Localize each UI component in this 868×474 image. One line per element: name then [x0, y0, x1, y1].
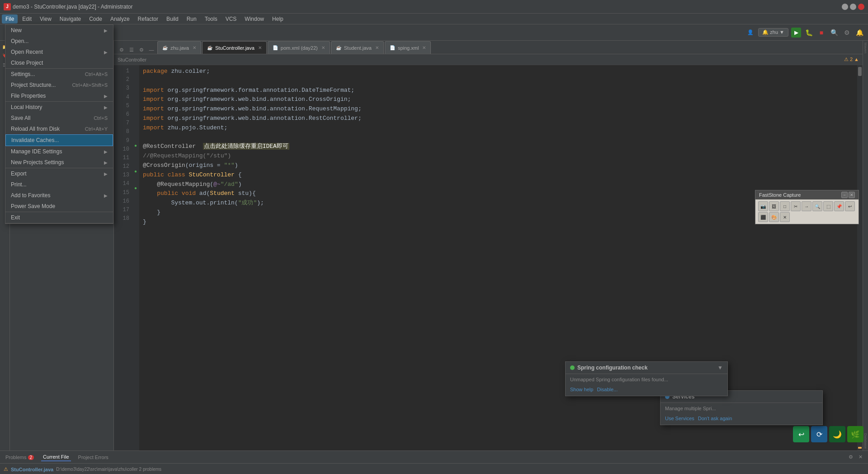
fs-tool-color[interactable]: 🎨: [769, 212, 779, 222]
notif-btn-3[interactable]: 🌙: [829, 426, 845, 442]
tab-close-pomxml[interactable]: ✕: [321, 45, 325, 50]
tab-close-studentjava[interactable]: ✕: [375, 45, 379, 50]
tab-toolbar-structure[interactable]: ☰: [127, 46, 136, 54]
fs-tool-region[interactable]: □: [780, 201, 790, 211]
problem-filename: StuController.java: [11, 467, 53, 472]
tree-item-mvnw[interactable]: 📄 mvnw: [10, 130, 113, 138]
notif-btn-4[interactable]: 🌿: [847, 426, 863, 442]
settings-icon[interactable]: ⚙: [842, 28, 852, 38]
tab-toolbar-gear[interactable]: ⚙: [137, 46, 146, 54]
dont-ask-again-link[interactable]: Don't ask again: [698, 416, 732, 421]
fs-tool-close2[interactable]: ✕: [780, 212, 790, 222]
search-everywhere-icon[interactable]: 🔍: [829, 28, 839, 38]
spring-disable[interactable]: Disable...: [597, 387, 618, 392]
folder-icon-spring: 📁: [14, 83, 20, 89]
title-bar: J demo3 - StuController.java [day22] - A…: [0, 0, 868, 14]
gear-icon[interactable]: ⚙: [58, 28, 68, 38]
spring-show-help[interactable]: Show help: [570, 387, 593, 392]
tree-item-target-2[interactable]: 📁 target: [10, 98, 113, 106]
sync-icon[interactable]: ⟳: [34, 28, 44, 38]
bottom-tab-project-errors[interactable]: Project Errors: [76, 454, 110, 461]
spring-config-expand[interactable]: ▼: [717, 365, 723, 371]
menu-view[interactable]: View: [36, 14, 55, 24]
menu-window[interactable]: Window: [241, 14, 268, 24]
fs-tool-window[interactable]: 🖼: [769, 201, 779, 211]
tree-item-day22iml[interactable]: 📄 day22.iml: [10, 65, 113, 73]
menu-edit[interactable]: Edit: [19, 14, 35, 24]
maximize-button[interactable]: [850, 4, 856, 10]
fs-tool-camera[interactable]: 📷: [758, 201, 768, 211]
menu-tools[interactable]: Tools: [201, 14, 221, 24]
fs-minimize[interactable]: −: [841, 192, 848, 198]
structure-icon[interactable]: ☰: [46, 28, 56, 38]
close-button[interactable]: [858, 4, 864, 10]
menu-refactor[interactable]: Refactor: [134, 14, 162, 24]
stop-icon[interactable]: ■: [816, 28, 826, 38]
tree-item-target-1[interactable]: 📁 target: [10, 57, 113, 65]
title-bar-controls[interactable]: [842, 4, 864, 10]
fs-close[interactable]: ✕: [849, 192, 855, 198]
folder-icon-target2: 📁: [21, 99, 27, 105]
run-button[interactable]: ▶: [791, 28, 801, 38]
menu-run[interactable]: Run: [183, 14, 200, 24]
minimize-button[interactable]: [842, 4, 848, 10]
problem-file-row[interactable]: ⚠ StuController.java D:\demo3\day22\src\…: [4, 465, 864, 473]
bottom-panel-settings[interactable]: ⚙: [847, 453, 855, 461]
tree-item-mvnwcmd[interactable]: 📄 mvnw.cmd: [10, 138, 113, 147]
tab-stucontroller[interactable]: ☕ StuController.java ✕: [202, 41, 267, 54]
bottom-tab-problems[interactable]: Problems 2: [4, 454, 36, 461]
fs-tool-zoom[interactable]: 🔍: [812, 201, 822, 211]
tree-item-test[interactable]: 📁 test: [10, 49, 113, 57]
menu-analyze[interactable]: Analyze: [107, 14, 133, 24]
notif-btn-1[interactable]: ↩: [793, 426, 809, 442]
notifications-icon[interactable]: 🔔: [854, 28, 864, 38]
bookmarks-icon[interactable]: 🔖: [1, 52, 9, 60]
tree-item-src[interactable]: 📁 src: [10, 90, 113, 98]
menu-navigate[interactable]: Navigate: [56, 14, 85, 24]
code-line-7: import zhu.pojo.Student;: [143, 123, 854, 133]
fs-tool-select[interactable]: ⬚: [823, 201, 833, 211]
line-numbers: 12345 678910 1112131415 161718: [114, 65, 132, 450]
user-icon[interactable]: 👤: [745, 28, 755, 38]
menu-build[interactable]: Build: [163, 14, 182, 24]
tree-item-pomxml-1[interactable]: 📄 pom.xml: [10, 73, 113, 81]
tab-close-stucontroller[interactable]: ✕: [258, 45, 262, 50]
tab-pomxml[interactable]: 📄 pom.xml (day22) ✕: [268, 41, 330, 54]
use-services-link[interactable]: Use Services: [665, 416, 694, 421]
tab-zhujava[interactable]: ☕ zhu.java ✕: [157, 41, 201, 54]
tree-item-helpmd[interactable]: 📄 HELP.md: [10, 122, 113, 130]
code-line-4: import org.springframework.web.bind.anno…: [143, 95, 854, 104]
project-icon[interactable]: 📁: [1, 43, 9, 51]
bottom-panel-controls: ⚙ ✕: [847, 453, 864, 461]
notif-btn-2[interactable]: ⟳: [811, 426, 827, 442]
debug-icon[interactable]: 🐛: [804, 28, 814, 38]
tab-toolbar-settings[interactable]: ⚙: [118, 46, 126, 54]
fs-tool-fill[interactable]: ⬛: [758, 212, 768, 222]
tree-item-demo3iml[interactable]: 📄 demo3.iml: [10, 114, 113, 122]
tree-item-resources[interactable]: 📁 resources: [10, 41, 113, 49]
editor-breadcrumb: StuController ⚠ 2 ▲: [114, 54, 863, 65]
structure-side-icon[interactable]: ☰: [1, 61, 9, 69]
bottom-tab-current-file[interactable]: Current File: [41, 453, 71, 461]
menu-file[interactable]: File: [2, 14, 18, 24]
menu-code[interactable]: Code: [85, 14, 106, 24]
fs-tool-arrow[interactable]: →: [802, 201, 811, 211]
tab-icon-zhujava: ☕: [162, 45, 168, 50]
fs-tool-pin[interactable]: 📌: [834, 201, 844, 211]
tab-spingxml[interactable]: 📄 sping.xml ✕: [385, 41, 431, 54]
tree-item-spring[interactable]: 📁 Spring: [10, 81, 113, 90]
fs-tool-undo[interactable]: ↩: [845, 201, 855, 211]
fs-tool-crop[interactable]: ✂: [791, 201, 801, 211]
breadcrumb-icon[interactable]: —: [70, 28, 80, 38]
tab-close-spingxml[interactable]: ✕: [422, 45, 426, 50]
tree-item-gitignore[interactable]: 📄 .gitignore: [10, 106, 113, 114]
menu-vcs[interactable]: VCS: [222, 14, 241, 24]
toolbar-sep-1: [30, 28, 31, 37]
menu-help[interactable]: Help: [269, 14, 287, 24]
bottom-panel-close[interactable]: ✕: [857, 453, 864, 461]
tab-studentjava[interactable]: ☕ Student.java ✕: [331, 41, 384, 54]
tab-close-zhujava[interactable]: ✕: [193, 45, 196, 50]
maven-label: Maven: [863, 43, 868, 53]
user-button[interactable]: 🔔 zhu ▼: [758, 28, 788, 37]
tab-toolbar-collapse[interactable]: —: [147, 46, 156, 54]
